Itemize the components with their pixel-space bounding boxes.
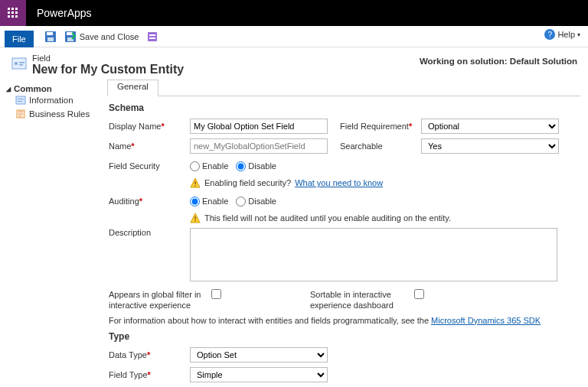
help-menu[interactable]: ? Help ▾ — [544, 29, 580, 40]
global-filter-checkbox[interactable] — [211, 289, 221, 299]
sidebar-group-label: Common — [14, 84, 52, 93]
warning-icon — [190, 177, 201, 188]
svg-rect-24 — [18, 101, 22, 102]
svg-rect-15 — [148, 32, 157, 41]
svg-rect-10 — [47, 32, 53, 35]
name-label: Name* — [109, 141, 185, 151]
sortable-checkbox[interactable] — [414, 289, 424, 299]
svg-rect-23 — [18, 99, 24, 99]
svg-rect-0 — [8, 8, 10, 10]
info-icon — [15, 95, 26, 106]
display-name-label: Display Name* — [109, 122, 185, 131]
name-input[interactable] — [190, 138, 328, 154]
app-launcher[interactable] — [0, 0, 26, 26]
svg-rect-22 — [16, 96, 25, 104]
description-input[interactable] — [190, 228, 557, 281]
data-type-select[interactable]: Option Set — [190, 347, 328, 363]
svg-rect-3 — [8, 11, 10, 14]
svg-rect-8 — [15, 15, 18, 18]
sdk-link[interactable]: Microsoft Dynamics 365 SDK — [431, 316, 541, 325]
sidebar-item-business-rules[interactable]: Business Rules — [6, 107, 107, 121]
tab-general[interactable]: General — [107, 80, 158, 96]
svg-point-19 — [15, 62, 18, 65]
save-icon — [44, 31, 57, 43]
manage-icon — [146, 31, 158, 43]
field-type-select[interactable]: Simple — [190, 367, 328, 382]
manage-button[interactable] — [146, 31, 158, 43]
save-and-close-button[interactable]: Save and Close — [64, 31, 139, 43]
description-label: Description — [109, 228, 185, 237]
svg-rect-2 — [15, 8, 18, 10]
svg-rect-4 — [11, 11, 14, 14]
entity-icon — [11, 55, 28, 72]
svg-rect-18 — [12, 58, 26, 69]
svg-rect-20 — [19, 62, 24, 63]
caret-down-icon: ◢ — [6, 86, 11, 93]
field-security-label: Field Security — [109, 161, 185, 171]
searchable-label: Searchable — [340, 141, 416, 151]
section-schema: Schema — [109, 102, 580, 113]
waffle-icon — [7, 7, 19, 19]
rules-icon — [15, 109, 26, 119]
save-button[interactable] — [44, 31, 57, 43]
field-requirement-label: Field Requirement* — [340, 122, 416, 131]
field-security-disable[interactable]: Disable — [236, 161, 276, 171]
display-name-input[interactable] — [190, 119, 328, 134]
help-icon: ? — [544, 29, 555, 40]
sidebar-group-common[interactable]: ◢ Common — [6, 84, 107, 93]
sidebar-item-label: Business Rules — [29, 109, 90, 119]
searchable-select[interactable]: Yes — [421, 138, 559, 154]
svg-rect-17 — [149, 37, 155, 39]
header-category: Field — [32, 54, 420, 63]
help-label: Help — [557, 30, 575, 39]
brand-title: PowerApps — [26, 0, 103, 26]
data-type-label: Data Type* — [109, 350, 185, 359]
svg-rect-11 — [47, 37, 54, 41]
auditing-warning-text: This field will not be audited until you… — [204, 213, 451, 223]
auditing-label: Auditing* — [109, 197, 185, 206]
warning-icon — [190, 213, 201, 223]
svg-rect-21 — [19, 64, 23, 66]
sortable-label: Sortable in interactive experience dashb… — [310, 289, 410, 311]
svg-rect-1 — [11, 8, 14, 10]
svg-rect-30 — [194, 216, 195, 220]
global-filter-label: Appears in global filter in interactive … — [109, 289, 207, 311]
page-title: New for My Custom Entity — [32, 63, 420, 76]
sidebar-item-information[interactable]: Information — [6, 93, 107, 107]
svg-rect-5 — [15, 11, 18, 14]
field-security-enable[interactable]: Enable — [190, 161, 228, 171]
svg-rect-28 — [194, 185, 195, 186]
file-tab[interactable]: File — [5, 31, 34, 47]
svg-rect-6 — [8, 15, 10, 18]
auditing-disable[interactable]: Disable — [236, 197, 276, 207]
svg-rect-31 — [194, 220, 195, 221]
security-warning-link[interactable]: What you need to know — [295, 178, 383, 187]
svg-rect-16 — [149, 34, 155, 36]
svg-rect-27 — [194, 181, 195, 184]
sdk-info-text: For information about how to interact wi… — [109, 316, 431, 325]
chevron-down-icon: ▾ — [577, 31, 580, 38]
save-close-icon — [64, 31, 77, 43]
security-warning-text: Enabling field security? — [204, 178, 291, 187]
auditing-enable[interactable]: Enable — [190, 197, 228, 207]
sidebar-item-label: Information — [29, 96, 74, 105]
save-close-label: Save and Close — [80, 32, 139, 41]
svg-rect-7 — [11, 15, 14, 18]
field-type-label: Field Type* — [109, 370, 185, 379]
solution-context: Working on solution: Default Solution — [420, 57, 577, 66]
section-type: Type — [109, 331, 580, 342]
field-requirement-select[interactable]: Optional — [421, 119, 559, 134]
